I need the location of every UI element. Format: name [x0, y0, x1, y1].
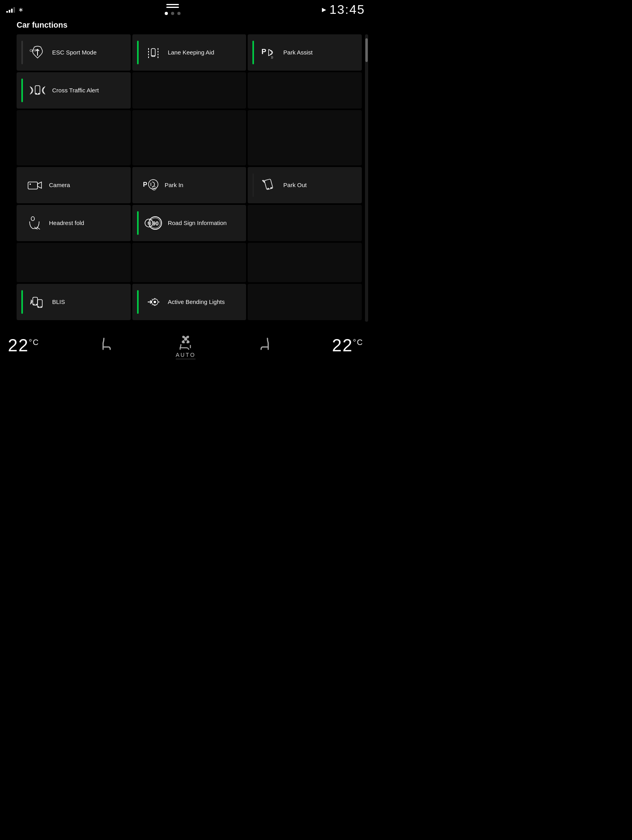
left-seat-icon — [98, 335, 117, 356]
tile-park-assist[interactable]: P )) Park Assist — [248, 34, 362, 71]
center-climate-control[interactable]: AUTO — [175, 331, 197, 359]
menu-icon[interactable] — [166, 4, 179, 8]
esc-sport-mode-icon: OFF — [28, 44, 47, 61]
right-temperature: 22 °C — [332, 336, 363, 355]
status-bar: ∗ ▶ 13:45 — [0, 0, 371, 17]
park-out-label: Park Out — [283, 181, 307, 189]
svg-rect-9 — [28, 182, 38, 189]
auto-label: AUTO — [176, 352, 196, 359]
main-content: OFF ESC Sport Mode — [0, 34, 371, 322]
svg-point-28 — [41, 306, 42, 308]
tile-esc-sport-mode[interactable]: OFF ESC Sport Mode — [17, 34, 131, 71]
svg-point-31 — [184, 338, 187, 341]
active-bending-lights-icon — [143, 293, 163, 311]
left-temp-unit: °C — [29, 338, 39, 347]
svg-point-3 — [153, 55, 155, 56]
empty-cell-2 — [248, 72, 362, 109]
headrest-fold-icon — [24, 214, 44, 232]
svg-point-24 — [34, 304, 35, 305]
tile-park-in[interactable]: P Park In — [132, 167, 246, 203]
active-bending-lights-label: Active Bending Lights — [168, 298, 225, 306]
grid-row-4: Headrest fold 90 50 Road Sign Informatio… — [17, 205, 362, 241]
park-assist-indicator — [252, 41, 254, 64]
grid-row-2: Cross Traffic Alert — [17, 72, 362, 109]
svg-point-25 — [36, 304, 37, 305]
empty-cell-row5 — [248, 284, 362, 320]
empty-cell-1 — [132, 72, 246, 109]
svg-point-27 — [38, 306, 40, 308]
svg-rect-26 — [38, 300, 42, 308]
esc-indicator — [21, 41, 23, 64]
empty-placeholder-6 — [248, 243, 362, 282]
park-assist-icon: P )) — [259, 44, 278, 61]
scrollbar-thumb[interactable] — [365, 38, 368, 62]
page-indicator — [165, 12, 181, 15]
bluetooth-icon: ∗ — [18, 6, 23, 13]
empty-placeholder-3 — [248, 110, 362, 165]
grid-row-3: Camera P Park In — [17, 167, 362, 203]
blis-label: BLIS — [52, 298, 65, 306]
lane-indicator — [137, 41, 139, 64]
blis-icon — [28, 293, 47, 311]
tile-cross-traffic-alert[interactable]: Cross Traffic Alert — [17, 72, 131, 109]
blis-indicator — [21, 290, 23, 314]
headrest-fold-label: Headrest fold — [49, 219, 84, 227]
svg-rect-23 — [33, 297, 38, 305]
grid-area: OFF ESC Sport Mode — [17, 34, 362, 322]
empty-cell-row4 — [248, 205, 362, 241]
tile-lane-keeping-aid[interactable]: Lane Keeping Aid — [132, 34, 246, 71]
signal-strength-icon — [6, 6, 15, 13]
cross-traffic-indicator — [21, 79, 23, 102]
empty-section — [17, 110, 362, 165]
park-out-indicator — [252, 173, 254, 197]
svg-rect-6 — [35, 86, 40, 94]
camera-label: Camera — [49, 181, 70, 189]
left-temp-value: 22 — [8, 336, 29, 355]
status-center — [165, 4, 181, 15]
cross-traffic-alert-label: Cross Traffic Alert — [52, 86, 99, 94]
tile-camera[interactable]: Camera — [17, 167, 131, 203]
bending-lights-indicator — [137, 290, 139, 314]
tile-road-sign-information[interactable]: 90 50 Road Sign Information — [132, 205, 246, 241]
play-icon: ▶ — [322, 6, 326, 13]
esc-sport-mode-label: ESC Sport Mode — [52, 49, 97, 56]
status-right: ▶ 13:45 — [322, 2, 365, 17]
page-title: Car functions — [0, 17, 371, 34]
empty-placeholder-5 — [132, 243, 246, 282]
grid-row-5: BLIS — [17, 284, 362, 320]
park-out-icon — [259, 176, 278, 194]
park-in-label: Park In — [165, 181, 184, 189]
svg-text:90: 90 — [152, 220, 159, 227]
left-temperature: 22 °C — [8, 336, 39, 355]
svg-text:P: P — [143, 181, 147, 188]
right-seat-icon — [255, 335, 274, 356]
page-dot-1[interactable] — [165, 12, 168, 15]
svg-rect-10 — [30, 184, 31, 185]
page-dot-2[interactable] — [171, 12, 174, 15]
svg-rect-1 — [151, 49, 155, 56]
empty-section-2 — [17, 243, 362, 282]
svg-point-7 — [36, 93, 37, 94]
page-dot-3[interactable] — [177, 12, 181, 15]
grid-row-1: OFF ESC Sport Mode — [17, 34, 362, 71]
svg-point-30 — [154, 301, 156, 303]
status-left: ∗ — [6, 6, 23, 13]
road-sign-indicator — [137, 211, 139, 235]
tile-active-bending-lights[interactable]: Active Bending Lights — [132, 284, 246, 320]
lane-keeping-aid-icon — [143, 44, 163, 61]
svg-text:P: P — [261, 48, 266, 56]
empty-placeholder-4 — [17, 243, 131, 282]
svg-point-8 — [38, 93, 40, 94]
tile-blis[interactable]: BLIS — [17, 284, 131, 320]
svg-point-2 — [152, 55, 153, 56]
empty-placeholder-2 — [132, 110, 246, 165]
park-in-icon: P — [140, 176, 160, 194]
tile-headrest-fold[interactable]: Headrest fold — [17, 205, 131, 241]
svg-point-12 — [149, 180, 158, 189]
tile-park-out[interactable]: Park Out — [248, 167, 362, 203]
bottom-bar: 22 °C AUTO 22 °C — [0, 326, 371, 364]
scrollbar[interactable] — [365, 34, 368, 322]
road-sign-information-label: Road Sign Information — [168, 219, 227, 227]
road-sign-information-icon: 90 50 — [143, 214, 163, 232]
park-assist-label: Park Assist — [283, 49, 312, 56]
